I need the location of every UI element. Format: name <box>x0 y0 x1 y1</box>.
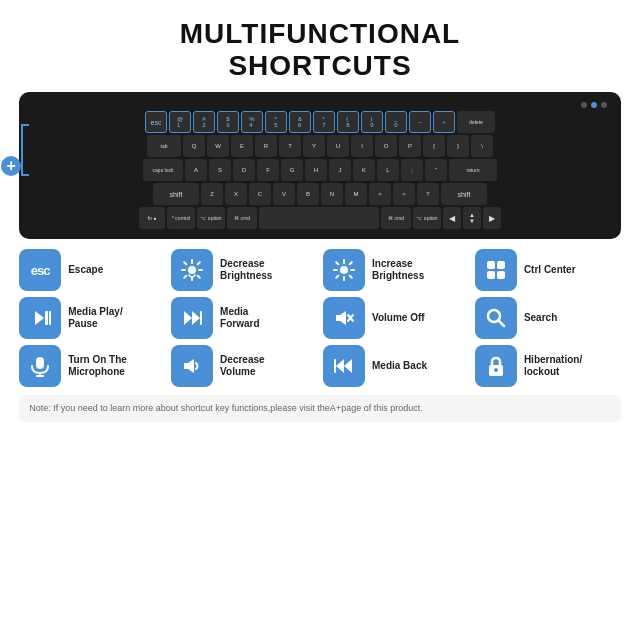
key-2[interactable]: #2 <box>193 111 215 133</box>
key-cmd-left[interactable]: ⌘ cmd <box>227 207 257 229</box>
key-delete[interactable]: delete <box>457 111 495 133</box>
key-d[interactable]: D <box>233 159 255 181</box>
key-p[interactable]: P <box>399 135 421 157</box>
key-option-right[interactable]: ⌥ option <box>413 207 441 229</box>
key-cmd-right[interactable]: ⌘ cmd <box>381 207 411 229</box>
shortcut-label-11: Hibernation/ lockout <box>524 354 582 378</box>
shortcuts-grid: escEscape Decrease Brightness Increase B… <box>19 249 621 387</box>
svg-marker-36 <box>184 359 194 373</box>
shortcut-icon-2 <box>323 249 365 291</box>
svg-rect-23 <box>45 311 48 325</box>
key-arrow-right[interactable]: ▶ <box>483 207 501 229</box>
key-t[interactable]: T <box>279 135 301 157</box>
key-shift-right[interactable]: shift <box>441 183 487 205</box>
key-backslash[interactable]: \ <box>471 135 493 157</box>
key-y[interactable]: Y <box>303 135 325 157</box>
shortcut-icon-3 <box>475 249 517 291</box>
key-n[interactable]: N <box>321 183 343 205</box>
key-r[interactable]: R <box>255 135 277 157</box>
key-e[interactable]: E <box>231 135 253 157</box>
key-capslock[interactable]: caps lock <box>143 159 183 181</box>
key-l[interactable]: L <box>377 159 399 181</box>
key-space[interactable] <box>259 207 379 229</box>
key-tab[interactable]: tab <box>147 135 181 157</box>
note-text: Note: If you need to learn more about sh… <box>29 403 422 413</box>
shortcut-icon-11 <box>475 345 517 387</box>
shortcut-label-6: Volume Off <box>372 312 425 324</box>
key-f[interactable]: F <box>257 159 279 181</box>
svg-line-16 <box>350 263 352 265</box>
key-c[interactable]: C <box>249 183 271 205</box>
key-control[interactable]: ^ control <box>167 207 195 229</box>
svg-marker-37 <box>344 359 352 373</box>
key-i[interactable]: I <box>351 135 373 157</box>
kb-row-5: fn ● ^ control ⌥ option ⌘ cmd ⌘ cmd ⌥ op… <box>29 207 611 229</box>
key-9[interactable]: )9 <box>361 111 383 133</box>
key-esc[interactable]: esc <box>145 111 167 133</box>
key-fn[interactable]: fn ● <box>139 207 165 229</box>
shortcut-label-10: Media Back <box>372 360 427 372</box>
key-m[interactable]: M <box>345 183 367 205</box>
key-6[interactable]: &6 <box>289 111 311 133</box>
key-5[interactable]: ^5 <box>265 111 287 133</box>
key-u[interactable]: U <box>327 135 349 157</box>
shortcut-icon-8 <box>19 345 61 387</box>
svg-line-7 <box>198 263 200 265</box>
key-x[interactable]: X <box>225 183 247 205</box>
key-v[interactable]: V <box>273 183 295 205</box>
svg-line-15 <box>350 276 352 278</box>
key-comma[interactable]: < <box>369 183 391 205</box>
key-rbracket[interactable]: } <box>447 135 469 157</box>
shortcut-label-3: Ctrl Center <box>524 264 576 276</box>
key-return[interactable]: return <box>449 159 497 181</box>
key-shift-left[interactable]: shift <box>153 183 199 205</box>
key-plus[interactable]: + <box>433 111 455 133</box>
svg-point-41 <box>494 368 498 372</box>
key-arrow-left[interactable]: ◀ <box>443 207 461 229</box>
key-lbracket[interactable]: { <box>423 135 445 157</box>
key-quote[interactable]: " <box>425 159 447 181</box>
key-k[interactable]: K <box>353 159 375 181</box>
key-j[interactable]: J <box>329 159 351 181</box>
key-7[interactable]: *7 <box>313 111 335 133</box>
shortcut-icon-5 <box>171 297 213 339</box>
plus-icon: + <box>1 156 21 176</box>
svg-marker-38 <box>336 359 344 373</box>
kb-row-2: tab Q W E R T Y U I O P { } \ <box>29 135 611 157</box>
key-0[interactable]: _0 <box>385 111 407 133</box>
shortcut-label-5: Media Forward <box>220 306 259 330</box>
kb-dot <box>581 102 587 108</box>
shortcut-item-10: Media Back <box>323 345 469 387</box>
shortcut-item-11: Hibernation/ lockout <box>475 345 621 387</box>
key-arrow-up-down[interactable]: ▲▼ <box>463 207 481 229</box>
key-4[interactable]: %4 <box>241 111 263 133</box>
key-w[interactable]: W <box>207 135 229 157</box>
key-1[interactable]: @1 <box>169 111 191 133</box>
shortcut-item-7: Search <box>475 297 621 339</box>
kb-dot <box>601 102 607 108</box>
key-8[interactable]: (8 <box>337 111 359 133</box>
svg-line-32 <box>498 321 504 327</box>
shortcut-icon-6 <box>323 297 365 339</box>
key-o[interactable]: O <box>375 135 397 157</box>
keyboard-section: + esc @1 #2 $3 %4 ^5 &6 *7 (8 )9 _0 − + … <box>19 92 621 239</box>
svg-marker-25 <box>184 311 192 325</box>
key-period[interactable]: > <box>393 183 415 205</box>
title-section: MULTIFUNCTIONAL SHORTCUTS <box>0 0 640 92</box>
key-option-left[interactable]: ⌥ option <box>197 207 225 229</box>
bracket-indicator <box>21 124 29 176</box>
key-semicolon[interactable]: ; <box>401 159 423 181</box>
key-minus[interactable]: − <box>409 111 431 133</box>
key-q[interactable]: Q <box>183 135 205 157</box>
key-3[interactable]: $3 <box>217 111 239 133</box>
key-s[interactable]: S <box>209 159 231 181</box>
key-g[interactable]: G <box>281 159 303 181</box>
key-z[interactable]: Z <box>201 183 223 205</box>
svg-marker-22 <box>35 311 44 325</box>
shortcut-item-9: Decrease Volume <box>171 345 317 387</box>
key-b[interactable]: B <box>297 183 319 205</box>
shortcut-item-0: escEscape <box>19 249 165 291</box>
key-h[interactable]: H <box>305 159 327 181</box>
key-a[interactable]: A <box>185 159 207 181</box>
key-slash[interactable]: ? <box>417 183 439 205</box>
